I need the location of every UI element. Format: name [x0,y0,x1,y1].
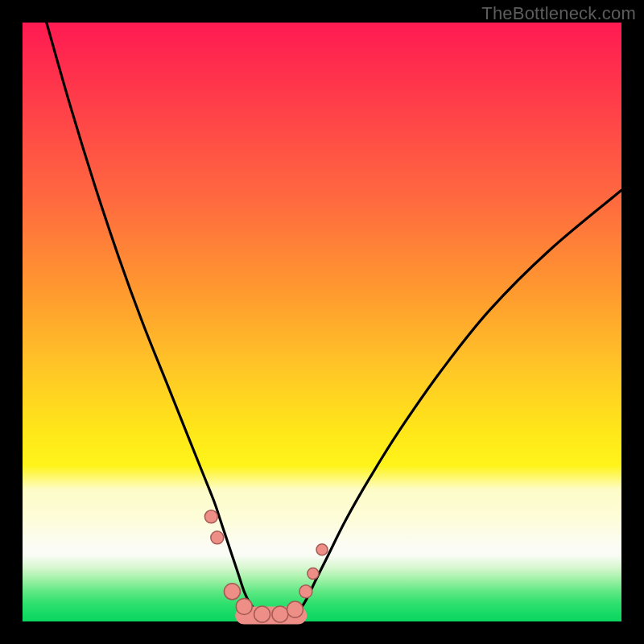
watermark-text: TheBottleneck.com [481,3,636,24]
chart-svg [23,23,621,621]
data-marker [224,584,240,600]
data-marker [308,568,319,579]
data-marker [316,544,328,555]
data-marker [204,510,217,523]
data-marker [287,601,303,617]
plot-area [23,23,621,621]
data-marker [272,606,288,622]
data-marker [211,531,224,544]
curve-left-curve [47,23,262,618]
curve-right-curve [292,190,621,618]
data-marker [236,598,252,614]
chart-root: TheBottleneck.com [0,0,644,644]
data-marker [254,606,270,622]
data-marker [299,585,312,598]
